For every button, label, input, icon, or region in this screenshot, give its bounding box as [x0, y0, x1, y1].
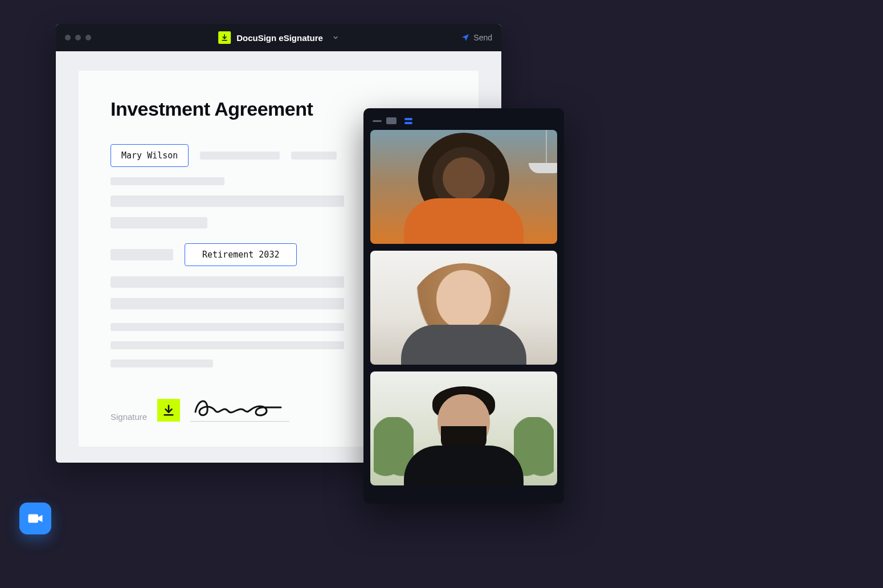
- window-minimize-dot[interactable]: [75, 35, 81, 40]
- chevron-down-icon[interactable]: [332, 33, 339, 43]
- name-field[interactable]: Mary Wilson: [111, 144, 189, 167]
- svg-rect-1: [28, 514, 39, 523]
- placeholder-line: [111, 217, 207, 228]
- participant-tile[interactable]: Mary Wilson: [370, 130, 557, 244]
- video-call-panel: Mary Wilson Linda Simon: [363, 108, 564, 504]
- minimize-icon[interactable]: [373, 120, 382, 122]
- placeholder-line: [111, 177, 224, 185]
- signature-label: Signature: [111, 412, 147, 422]
- placeholder-line: [111, 323, 344, 331]
- video-feed: [370, 371, 557, 485]
- maximize-icon[interactable]: [386, 117, 396, 124]
- video-panel-controls: [370, 115, 557, 130]
- participant-tile[interactable]: Linda Simon: [370, 251, 557, 365]
- placeholder-line: [111, 360, 213, 368]
- video-tiles: Mary Wilson Linda Simon: [370, 130, 557, 485]
- placeholder-line: [111, 249, 173, 260]
- placeholder-line: [291, 152, 337, 160]
- placeholder-line: [111, 276, 344, 288]
- window-close-dot[interactable]: [65, 35, 71, 40]
- signature-field[interactable]: [190, 395, 289, 422]
- send-label: Send: [473, 33, 492, 42]
- app-title: DocuSign eSignature: [236, 33, 323, 43]
- docusign-titlebar: DocuSign eSignature Send: [56, 24, 501, 51]
- placeholder-line: [111, 195, 344, 207]
- layout-icon[interactable]: [404, 118, 412, 124]
- send-button[interactable]: Send: [461, 33, 492, 42]
- window-zoom-dot[interactable]: [85, 35, 91, 40]
- placeholder-line: [111, 341, 344, 349]
- app-title-group[interactable]: DocuSign eSignature: [218, 31, 339, 44]
- participant-tile[interactable]: Blake Hayes: [370, 371, 557, 485]
- sign-here-icon[interactable]: [157, 399, 180, 422]
- plan-field[interactable]: Retirement 2032: [185, 243, 297, 266]
- docusign-logo-icon: [218, 31, 231, 44]
- zoom-app-icon[interactable]: [19, 503, 51, 534]
- window-controls[interactable]: [65, 35, 91, 40]
- placeholder-line: [200, 152, 280, 160]
- video-feed: [370, 130, 557, 244]
- video-feed: [370, 251, 557, 365]
- placeholder-line: [111, 298, 344, 309]
